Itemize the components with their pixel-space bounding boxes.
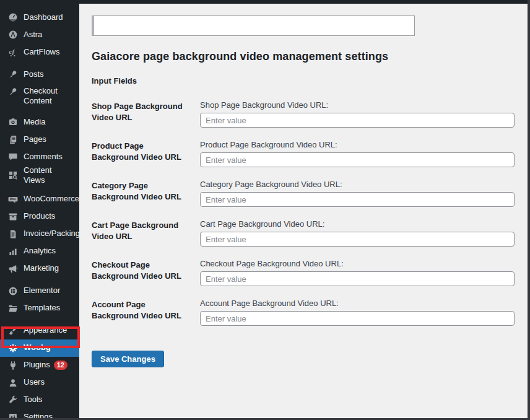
settings-page: Gaiacore page background video managemen… [79,4,528,418]
archive-box-icon [7,211,19,222]
account-page-video-url-input[interactable] [200,311,515,326]
sidebar-item-label: Appearance [24,325,67,335]
sidebar-item-comments[interactable]: Comments [0,148,79,165]
sidebar-item-label: Posts [24,69,44,79]
sidebar-item-label: Woobg [24,343,51,352]
field-row-checkout: Checkout Page Background Video URL Check… [92,259,528,288]
field-name-label: Account Page Background Video URL [92,299,200,328]
sidebar-item-label: Analytics [24,246,56,256]
field-name-label: Checkout Page Background Video URL [92,259,200,288]
gear-icon [7,343,19,354]
sidebar-item-analytics[interactable]: Analytics [0,243,79,260]
sidebar-item-label: Users [24,377,45,387]
window-frame-right [528,0,530,420]
field-input-label: Product Page Background Video URL: [200,140,515,149]
field-row-product: Product Page Background Video URL Produc… [92,140,528,169]
section-title: Input Fields [92,76,528,85]
field-input-label: Category Page Background Video URL: [200,180,515,189]
field-row-category: Category Page Background Video URL Categ… [92,180,528,209]
sidebar-item-invoice-packing[interactable]: Invoice/Packing [0,225,79,243]
plug-icon [7,360,19,371]
pushpin-icon [7,69,19,80]
field-input-label: Cart Page Background Video URL: [200,219,515,229]
sidebar-item-marketing[interactable]: Marketing [0,260,79,278]
sidebar-item-appearance[interactable]: Appearance [0,322,79,339]
sidebar-item-label: Invoice/Packing [24,229,76,238]
sidebar-item-posts[interactable]: Posts [0,66,79,83]
admin-top-bar [0,0,530,4]
sidebar-item-label: Plugins [24,360,50,370]
field-row-account: Account Page Background Video URL Accoun… [92,299,528,328]
grid-search-icon [7,170,19,181]
sidebar-item-label: Marketing [24,263,59,273]
svg-text:cf: cf [9,48,15,55]
product-page-video-url-input[interactable] [200,152,515,167]
woocommerce-logo-icon: Woo [7,194,19,205]
field-name-label: Shop Page Background Video URL [92,100,200,129]
astra-logo-icon [7,29,19,40]
sidebar-item-label: Content Views [24,165,74,186]
sidebar-separator [0,278,79,282]
sidebar-item-elementor[interactable]: Elementor [0,282,79,300]
field-input-label: Shop Page Background Video URL: [200,100,515,110]
field-name-label: Category Page Background Video URL [92,180,200,209]
sidebar-item-products[interactable]: Products [0,208,79,225]
cart-page-video-url-input[interactable] [200,232,515,247]
field-input-label: Account Page Background Video URL: [200,299,515,308]
sidebar-item-templates[interactable]: Templates [0,300,79,317]
svg-text:Woo: Woo [10,198,16,201]
sidebar-item-woobg[interactable]: Woobg [0,339,79,357]
sidebar-nav: Dashboard Astra cf CartFlows Posts [0,4,79,420]
sidebar-item-label: Checkout Content [24,86,74,107]
field-name-label: Product Page Background Video URL [92,140,200,169]
sidebar-item-tools[interactable]: Tools [0,392,79,409]
sidebar-item-pages[interactable]: Pages [0,131,79,148]
sidebar-item-label: Templates [24,303,60,313]
sidebar-item-content-views[interactable]: Content Views [0,165,79,186]
sidebar-item-plugins[interactable]: Plugins 12 [0,357,79,374]
camera-icon [7,116,19,128]
top-text-input[interactable] [92,15,415,36]
sidebar-item-label: CartFlows [24,47,60,57]
sidebar-item-checkout-content[interactable]: Checkout Content [0,83,79,113]
bar-chart-icon [7,246,19,257]
sidebar-item-label: Elementor [24,286,60,295]
plugins-count-badge: 12 [54,361,67,370]
checkout-page-video-url-input[interactable] [200,271,515,286]
user-icon [7,377,19,388]
sidebar-item-label: Products [24,211,55,221]
field-row-cart: Cart Page Background Video URL Cart Page… [92,219,528,248]
category-page-video-url-input[interactable] [200,192,515,207]
save-changes-button[interactable]: Save Changes [92,351,164,367]
comment-bubble-icon [7,151,19,162]
field-input-label: Checkout Page Background Video URL: [200,259,515,268]
fields-list: Shop Page Background Video URL Shop Page… [92,100,528,328]
pages-icon [7,134,19,145]
sidebar-separator [0,186,79,191]
wrench-icon [7,395,19,406]
admin-sidebar: Dashboard Astra cf CartFlows Posts [0,4,79,420]
sidebar-item-cartflows[interactable]: cf CartFlows [0,43,79,61]
sidebar-item-label: Astra [24,30,42,40]
paintbrush-icon [7,325,19,336]
sidebar-item-label: Comments [24,152,63,162]
sidebar-separator [0,61,79,66]
sidebar-item-label: WooCommerce [24,194,76,204]
folder-icon [7,303,19,314]
page-title: Gaiacore page background video managemen… [92,50,528,63]
gauge-icon [7,12,19,23]
field-name-label: Cart Page Background Video URL [92,219,200,248]
sidebar-item-dashboard[interactable]: Dashboard [0,9,79,26]
sidebar-separator [0,317,79,322]
shop-page-video-url-input[interactable] [200,113,515,128]
pushpin-icon [7,86,19,97]
cartflows-logo-icon: cf [7,46,19,58]
sidebar-item-label: Pages [24,134,46,144]
sidebar-item-media[interactable]: Media [0,113,79,131]
sidebar-item-label: Tools [24,395,42,405]
sidebar-item-users[interactable]: Users [0,374,79,392]
megaphone-icon [7,263,19,274]
elementor-logo-icon [7,286,19,297]
sidebar-item-woocommerce[interactable]: Woo WooCommerce [0,191,79,208]
sidebar-item-astra[interactable]: Astra [0,26,79,43]
